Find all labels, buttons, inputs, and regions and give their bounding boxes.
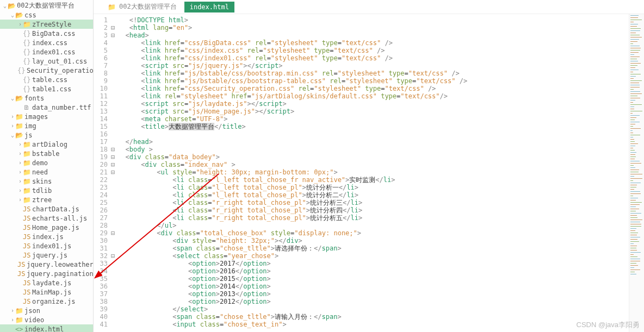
tree-item[interactable]: {}Security_operation.css <box>0 66 93 75</box>
fold-gutter[interactable]: ⊟⊟⊟⊟⊟⊟⊟⊟ <box>111 14 117 332</box>
chevron-icon[interactable]: › <box>10 123 15 129</box>
file-icon: 📁 <box>23 178 30 185</box>
chevron-icon[interactable]: ⌄ <box>2 3 8 9</box>
tree-item[interactable]: ›📁skins <box>0 177 93 186</box>
file-icon: JS <box>23 224 30 231</box>
tree-item[interactable]: {}index01.css <box>0 47 93 57</box>
file-icon: {} <box>17 67 25 74</box>
file-icon: {} <box>23 76 30 84</box>
tree-item[interactable]: ⌄📂js <box>0 130 93 140</box>
tree-item[interactable]: 🗎data_number.ttf <box>0 103 93 112</box>
tree-item-label: index.js <box>32 233 64 241</box>
tree-item-label: chartData.js <box>32 205 79 213</box>
chevron-icon[interactable]: › <box>17 187 23 193</box>
tree-item[interactable]: JSjquery.js <box>0 250 93 260</box>
tree-item-label: BigData.css <box>32 30 75 37</box>
chevron-icon[interactable]: ⌄ <box>10 132 15 138</box>
tree-item[interactable]: JSjquery.pagination.js <box>0 269 93 278</box>
tree-item[interactable]: ⌄📂css <box>0 10 93 20</box>
file-icon: JS <box>23 205 30 213</box>
file-icon: 📁 <box>23 168 30 176</box>
file-icon: JS <box>23 215 30 222</box>
tree-item-label: index.css <box>32 39 67 47</box>
file-icon: 📂 <box>15 11 23 19</box>
tree-item[interactable]: ⌄📂002大数据管理平台 <box>0 1 93 10</box>
tree-item[interactable]: JSindex.js <box>0 232 93 241</box>
tree-item-label: video <box>24 316 44 324</box>
file-icon: 📁 <box>15 307 23 315</box>
tree-item-label: Home_page.js <box>32 224 79 231</box>
tree-item-label: tdlib <box>32 187 52 195</box>
file-icon: <> <box>15 325 23 333</box>
tree-item-label: fonts <box>24 95 44 102</box>
tree-item[interactable]: ›📁zTreeStyle <box>0 20 93 29</box>
tree-item[interactable]: ›📁images <box>0 112 93 121</box>
tree-item[interactable]: JSlaydate.js <box>0 278 93 287</box>
tree-item[interactable]: JSMainMap.js <box>0 287 93 297</box>
chevron-icon[interactable]: ⌄ <box>10 95 15 101</box>
file-icon: {} <box>23 58 30 65</box>
tree-item[interactable]: ›📁demo <box>0 158 93 167</box>
file-icon: 📁 <box>23 150 30 158</box>
tree-item[interactable]: ›📁artDialog <box>0 140 93 149</box>
file-tree-sidebar[interactable]: ⌄📂002大数据管理平台⌄📂css›📁zTreeStyle{}BigData.c… <box>0 0 94 332</box>
file-icon: JS <box>17 261 25 268</box>
tree-item[interactable]: {}index.css <box>0 38 93 47</box>
tree-item[interactable]: JSorganize.js <box>0 297 93 306</box>
file-icon: {} <box>23 85 30 93</box>
tree-item-label: images <box>24 113 48 121</box>
file-icon: 📁 <box>15 316 23 324</box>
tree-item-label: table1.css <box>32 85 71 93</box>
tree-item-label: 002大数据管理平台 <box>17 1 75 10</box>
tree-item-label: need <box>32 168 48 176</box>
tree-item[interactable]: {}table1.css <box>0 84 93 93</box>
tree-item[interactable]: ›📁ztree <box>0 195 93 204</box>
minimap[interactable] <box>629 14 644 332</box>
tree-item-label: demo <box>32 159 48 167</box>
tree-item[interactable]: JSecharts-all.js <box>0 214 93 223</box>
chevron-icon[interactable]: › <box>17 169 23 175</box>
tree-item[interactable]: ›📁tdlib <box>0 186 93 195</box>
file-icon: 📁 <box>15 122 23 130</box>
tree-item-label: Security_operation.css <box>27 67 94 74</box>
chevron-icon[interactable]: › <box>10 114 15 120</box>
editor-tab[interactable]: index.html <box>184 2 234 12</box>
tree-item[interactable]: JSchartData.js <box>0 204 93 214</box>
chevron-icon[interactable]: › <box>10 308 15 314</box>
tree-item[interactable]: JSHome_page.js <box>0 223 93 232</box>
file-icon: 📁 <box>23 187 30 195</box>
tree-item[interactable]: {}BigData.css <box>0 29 93 38</box>
tree-item[interactable]: {}lay_out_01.css <box>0 57 93 66</box>
editor-tabs: 📁002大数据管理平台index.html <box>94 0 644 14</box>
chevron-icon[interactable]: › <box>17 197 23 203</box>
tree-item[interactable]: ›📁need <box>0 167 93 177</box>
tree-item-label: MainMap.js <box>32 289 71 296</box>
editor-tab[interactable]: 📁002大数据管理平台 <box>102 1 182 13</box>
chevron-icon[interactable]: ⌄ <box>10 12 15 18</box>
tree-item[interactable]: JSindex01.js <box>0 241 93 250</box>
file-icon: JS <box>23 242 30 250</box>
chevron-icon[interactable]: › <box>17 151 23 156</box>
tree-item-label: table.css <box>32 76 67 84</box>
tree-item[interactable]: ›📁video <box>0 315 93 324</box>
code-content[interactable]: <!DOCTYPE html> <html lang="en"> <head> … <box>117 14 629 332</box>
chevron-icon[interactable]: › <box>17 160 23 166</box>
tree-item[interactable]: ›📁bstable <box>0 149 93 158</box>
chevron-icon[interactable]: › <box>10 317 15 323</box>
tab-label: 002大数据管理平台 <box>119 2 177 11</box>
tree-item[interactable]: ›📁json <box>0 306 93 315</box>
main-panel: 📁002大数据管理平台index.html 123456789101112131… <box>94 0 644 332</box>
chevron-icon[interactable]: › <box>17 141 23 147</box>
chevron-icon[interactable]: › <box>17 178 23 184</box>
tree-item-label: zTreeStyle <box>32 21 71 28</box>
tree-item[interactable]: {}table.css <box>0 75 93 84</box>
tree-item[interactable]: JSjquery.leoweather.min.js <box>0 260 93 269</box>
file-icon: 📁 <box>15 113 23 121</box>
tree-item[interactable]: <>index.html <box>0 324 93 332</box>
tree-item-label: index.html <box>24 325 64 333</box>
tree-item[interactable]: ›📁img <box>0 121 93 130</box>
code-editor[interactable]: 1234567891011121314151617181920212223242… <box>94 14 644 332</box>
tree-item-label: skins <box>32 178 52 185</box>
tree-item[interactable]: ⌄📂fonts <box>0 93 93 103</box>
chevron-icon[interactable]: › <box>17 21 23 27</box>
